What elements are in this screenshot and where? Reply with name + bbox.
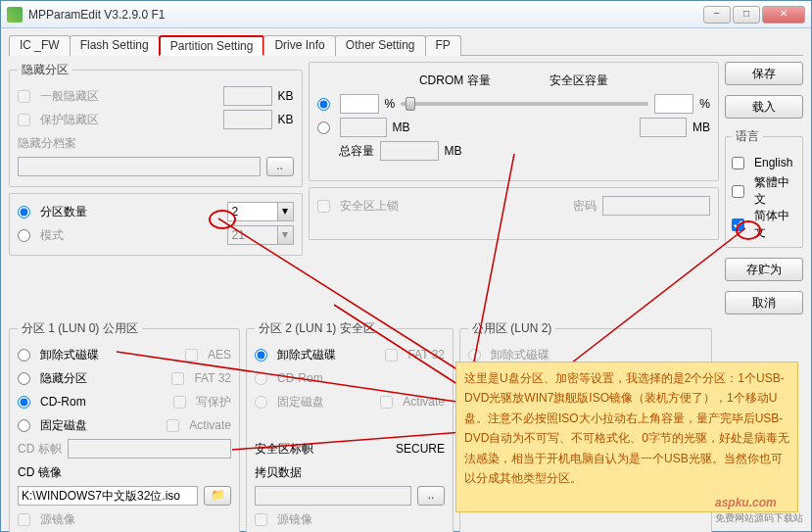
hidden-archive-label: 隐藏分档案	[18, 135, 76, 152]
secure-pct-input[interactable]	[654, 94, 693, 114]
watermark-sub: 免费网站源码下载站	[715, 511, 803, 525]
cancel-button[interactable]: 取消	[725, 291, 803, 314]
lun0-fixed-radio[interactable]	[18, 419, 30, 432]
lun0-cdlabel-label: CD 标帜	[18, 441, 62, 458]
lun0-wp-checkbox	[173, 396, 186, 409]
close-button[interactable]: ✕	[762, 6, 805, 24]
lun0-hidden-label: 隐藏分区	[40, 370, 87, 387]
lun0-srcimage-label: 源镜像	[40, 511, 75, 528]
lun0-cdimage-input[interactable]	[18, 486, 198, 506]
lun0-activate-checkbox	[167, 419, 179, 432]
app-window: MPParamEdit V3.2.9.0 F1 − □ ✕ IC _FW Fla…	[0, 0, 812, 532]
lun0-srcimage-checkbox	[18, 513, 30, 526]
lun1-group: 分区 2 (LUN 1) 安全区 卸除式磁碟FAT 32 CD-Rom 固定磁盘…	[246, 320, 454, 532]
protect-hidden-label: 保护隐藏区	[40, 112, 99, 128]
lun1-fat32-label: FAT 32	[407, 348, 445, 362]
lun0-cdimage-label: CD 镜像	[18, 464, 62, 481]
browse-hidden-button[interactable]: ..	[266, 157, 294, 176]
lun1-browse-button[interactable]: ..	[417, 486, 445, 506]
lun1-legend: 分区 2 (LUN 1) 安全区	[255, 320, 379, 337]
lang-trad-label: 繁體中文	[754, 174, 796, 208]
lun1-removable-radio[interactable]	[255, 349, 267, 362]
secure-lock-label: 安全区上锁	[340, 198, 399, 215]
lun0-fat32-label: FAT 32	[194, 371, 231, 385]
hidden-partition-group: 隐藏分区 一般隐藏区 KB 保护隐藏区 KB	[9, 62, 303, 187]
mb-label-3: MB	[445, 144, 462, 158]
mode-value: 21	[228, 226, 277, 244]
lun0-legend: 分区 1 (LUN 0) 公用区	[18, 320, 142, 337]
lun0-wp-label: 写保护	[196, 394, 231, 411]
mb-label-2: MB	[693, 121, 710, 134]
pct-label-2: %	[699, 97, 710, 111]
lun0-hidden-radio[interactable]	[18, 372, 30, 385]
highlight-circle-2	[736, 220, 761, 240]
mb-label-1: MB	[393, 121, 410, 134]
cdrom-pct-input[interactable]	[340, 94, 379, 114]
tab-ic-fw[interactable]: IC _FW	[9, 35, 71, 56]
password-label: 密码	[573, 198, 597, 215]
chevron-down-icon: ▾	[277, 226, 293, 244]
partition-count-combo[interactable]: 2 ▾	[227, 202, 294, 221]
partition-count-group: 分区数量 2 ▾ 模式 21 ▾	[9, 193, 303, 256]
tab-other-setting[interactable]: Other Setting	[335, 35, 426, 56]
save-button[interactable]: 保存	[725, 62, 803, 85]
tab-partition-setting[interactable]: Partition Setting	[159, 35, 265, 56]
lun2-removable-label: 卸除式磁碟	[491, 347, 549, 363]
watermark-brand: aspku.com	[715, 496, 777, 509]
hidden-archive-input	[18, 157, 261, 176]
password-input	[602, 196, 710, 216]
maximize-button[interactable]: □	[733, 6, 760, 24]
minimize-button[interactable]: −	[703, 6, 731, 24]
cdrom-cap-label: CDROM 容量	[419, 73, 491, 89]
kb-label-1: KB	[278, 89, 294, 103]
lun1-activate-checkbox	[380, 396, 393, 409]
lang-english-checkbox[interactable]	[732, 157, 744, 169]
lun1-cdrom-label: CD-Rom	[277, 371, 323, 385]
saveas-button[interactable]: 存贮为	[725, 258, 803, 281]
app-icon	[7, 7, 23, 23]
window-title: MPParamEdit V3.2.9.0 F1	[28, 8, 703, 22]
hidden-partition-legend: 隐藏分区	[18, 62, 72, 78]
lun0-group: 分区 1 (LUN 0) 公用区 卸除式磁碟AES 隐藏分区FAT 32 CD-…	[9, 320, 240, 532]
lun0-removable-radio[interactable]	[18, 349, 30, 362]
lun0-aes-checkbox	[185, 349, 198, 362]
lun1-fat32-checkbox	[385, 349, 398, 362]
lang-trad-checkbox[interactable]	[732, 185, 744, 198]
tab-bar: IC _FW Flash Setting Partition Setting D…	[9, 34, 803, 56]
lun1-copy-label: 拷贝数据	[255, 464, 302, 481]
titlebar[interactable]: MPParamEdit V3.2.9.0 F1 − □ ✕	[1, 1, 811, 28]
capacity-group: CDROM 容量 安全区容量 % % MB	[309, 62, 719, 181]
lun1-activate-label: Activate	[403, 395, 445, 409]
lun1-seclabel-label: 安全区标帜	[255, 441, 313, 458]
general-hidden-size-input	[223, 86, 272, 106]
lun0-cdrom-radio[interactable]	[18, 396, 30, 409]
lun0-fat32-checkbox	[171, 372, 184, 385]
load-button[interactable]: 载入	[725, 95, 803, 119]
lun1-fixed-radio	[255, 396, 267, 409]
lun0-activate-label: Activate	[189, 418, 231, 432]
partition-count-label: 分区数量	[40, 204, 87, 220]
total-input	[380, 141, 439, 161]
lun0-fixed-label: 固定磁盘	[40, 417, 87, 434]
mode-radio[interactable]	[18, 229, 30, 242]
pct-radio[interactable]	[317, 98, 330, 111]
protect-hidden-checkbox	[18, 114, 30, 126]
lang-simp-label: 简体中文	[754, 208, 796, 241]
secure-cap-label: 安全区容量	[549, 73, 608, 89]
tab-fp[interactable]: FP	[425, 35, 461, 56]
general-hidden-checkbox	[18, 90, 30, 103]
lang-english-label: English	[754, 156, 792, 169]
mode-label: 模式	[40, 227, 64, 244]
capacity-slider[interactable]	[401, 102, 648, 106]
tab-flash-setting[interactable]: Flash Setting	[70, 35, 160, 56]
slider-thumb[interactable]	[406, 97, 415, 111]
secure-mb-input	[640, 118, 687, 137]
lun0-browse-button[interactable]: 📁	[204, 486, 231, 506]
lun0-removable-label: 卸除式磁碟	[40, 347, 99, 363]
chevron-down-icon[interactable]: ▾	[277, 203, 293, 220]
tab-drive-info[interactable]: Drive Info	[263, 35, 335, 56]
mb-radio[interactable]	[317, 121, 330, 134]
general-hidden-label: 一般隐藏区	[40, 88, 99, 105]
lun2-removable-radio	[468, 349, 481, 362]
partition-count-radio[interactable]	[18, 206, 30, 218]
